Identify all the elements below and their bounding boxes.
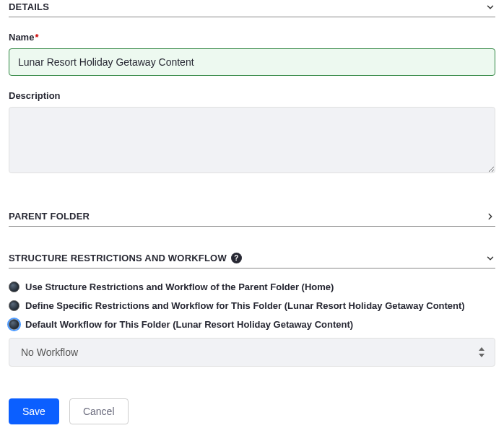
workflow-select[interactable]: No Workflow (9, 338, 495, 367)
radio-label: Use Structure Restrictions and Workflow … (25, 281, 334, 292)
help-icon[interactable]: ? (231, 253, 242, 263)
section-details-header[interactable]: DETAILS (9, 0, 495, 17)
description-field-block: Description (9, 90, 495, 176)
radio-icon (9, 281, 19, 292)
required-asterisk: * (35, 32, 38, 43)
chevron-down-icon (485, 2, 495, 12)
section-structure-title: STRUCTURE RESTRICTIONS AND WORKFLOW (9, 253, 227, 263)
radio-option-parent-workflow[interactable]: Use Structure Restrictions and Workflow … (9, 281, 495, 292)
section-parent-folder-header[interactable]: PARENT FOLDER (9, 209, 495, 227)
form-actions: Save Cancel (9, 398, 495, 424)
cancel-button[interactable]: Cancel (69, 398, 129, 424)
name-field-block: Name* (9, 32, 495, 76)
description-textarea[interactable] (9, 107, 495, 173)
save-button[interactable]: Save (9, 398, 59, 424)
radio-icon (9, 300, 19, 311)
chevron-right-icon (485, 211, 495, 222)
radio-icon (9, 319, 19, 330)
radio-label: Default Workflow for This Folder (Lunar … (25, 319, 353, 330)
name-label: Name* (9, 32, 495, 43)
section-parent-folder-title: PARENT FOLDER (9, 211, 90, 222)
section-structure-header[interactable]: STRUCTURE RESTRICTIONS AND WORKFLOW ? (9, 251, 495, 268)
name-input[interactable] (9, 48, 495, 76)
radio-option-specific-restrictions[interactable]: Define Specific Restrictions and Workflo… (9, 300, 495, 311)
radio-label: Define Specific Restrictions and Workflo… (25, 300, 465, 311)
chevron-down-icon (485, 253, 495, 263)
name-label-text: Name (9, 32, 34, 43)
description-label: Description (9, 90, 495, 101)
radio-option-default-workflow[interactable]: Default Workflow for This Folder (Lunar … (9, 319, 495, 330)
workflow-radio-group: Use Structure Restrictions and Workflow … (9, 281, 495, 330)
section-details-title: DETAILS (9, 1, 49, 12)
workflow-select-wrap: No Workflow (9, 338, 495, 367)
